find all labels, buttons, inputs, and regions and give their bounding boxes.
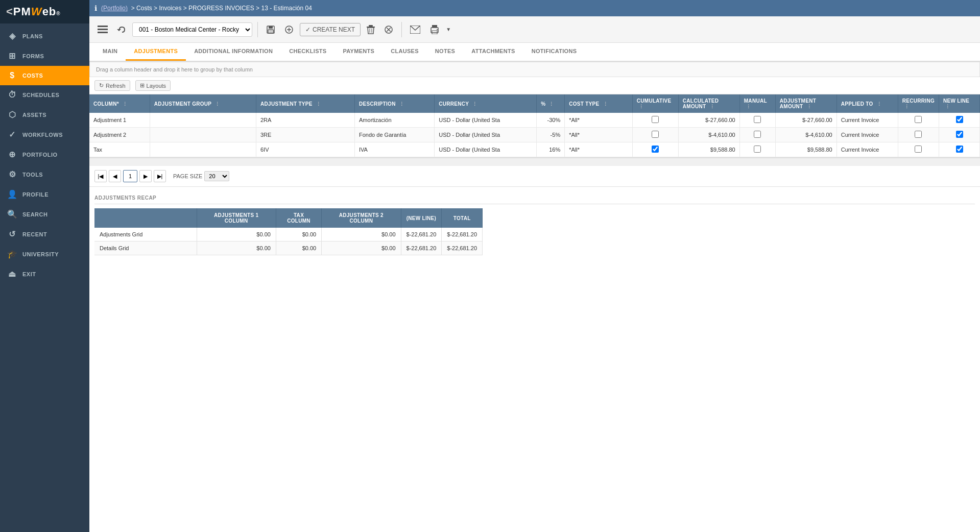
- sidebar-item-portfolio[interactable]: ⊕ PORTFOLIO: [0, 144, 89, 164]
- cell-recurring-3[interactable]: [898, 142, 939, 157]
- sidebar-item-plans[interactable]: ◈ PLANS: [0, 26, 89, 46]
- page-next-button[interactable]: ▶: [139, 170, 152, 182]
- page-current-input[interactable]: [123, 170, 137, 182]
- sort-icon-calc-amount: ⋮: [710, 104, 714, 109]
- add-button[interactable]: [281, 23, 297, 36]
- recurring-checkbox-1[interactable]: [915, 116, 922, 123]
- undo-button[interactable]: [114, 23, 129, 36]
- new-line-checkbox-3[interactable]: [956, 146, 963, 153]
- col-header-cost-type[interactable]: COST TYPE ⋮: [565, 94, 633, 113]
- page-first-button[interactable]: |◀: [94, 170, 107, 182]
- cell-manual-3[interactable]: [739, 142, 775, 157]
- col-header-calc-amount[interactable]: CALCULATED AMOUNT ⋮: [678, 94, 739, 113]
- col-header-column[interactable]: COLUMN* ⋮: [89, 94, 150, 113]
- sidebar-item-profile[interactable]: 👤 PROFILE: [0, 184, 89, 204]
- page-size-select[interactable]: 20 50 100: [204, 171, 229, 181]
- cell-cumulative-1[interactable]: [632, 113, 678, 128]
- col-header-manual[interactable]: MANUAL ⋮: [739, 94, 775, 113]
- sidebar-item-forms[interactable]: ⊞ FORMS: [0, 46, 89, 66]
- cell-cumulative-2[interactable]: [632, 128, 678, 142]
- cell-currency-1: USD - Dollar (United Sta: [435, 113, 537, 128]
- cell-manual-2[interactable]: [739, 128, 775, 142]
- sidebar-item-exit[interactable]: ⏏ EXIT: [0, 264, 89, 284]
- info-icon[interactable]: ℹ: [94, 4, 97, 12]
- col-header-cumulative[interactable]: CUMULATIVE ⋮: [632, 94, 678, 113]
- tab-adjustments[interactable]: ADJUSTMENTS: [126, 43, 186, 61]
- cell-new-line-2[interactable]: [939, 128, 980, 142]
- cell-adj-amount-3: $9,588.80: [775, 142, 836, 157]
- cumulative-checkbox-3[interactable]: [652, 146, 659, 153]
- sidebar-item-label: FORMS: [22, 53, 44, 59]
- layouts-icon: ⊞: [140, 82, 145, 89]
- cell-cumulative-3[interactable]: [632, 142, 678, 157]
- col-header-adj-amount[interactable]: ADJUSTMENT AMOUNT ⋮: [775, 94, 836, 113]
- sidebar-item-tools[interactable]: ⚙ TOOLS: [0, 164, 89, 184]
- cell-description-3: IVA: [355, 142, 435, 157]
- sidebar-item-search[interactable]: 🔍 SEARCH: [0, 204, 89, 224]
- sidebar-item-university[interactable]: 🎓 UNIVERSITY: [0, 244, 89, 264]
- tab-checklists[interactable]: CHECKLISTS: [281, 43, 334, 61]
- cell-cost-type-1: *All*: [565, 113, 633, 128]
- manual-checkbox-2[interactable]: [754, 131, 761, 138]
- col-header-description[interactable]: DESCRIPTION ⋮: [355, 94, 435, 113]
- tab-attachments[interactable]: ATTACHMENTS: [463, 43, 523, 61]
- sidebar-item-schedules[interactable]: ⏱ SCHEDULES: [0, 85, 89, 105]
- col-header-new-line[interactable]: NEW LINE ⋮: [939, 94, 980, 113]
- cumulative-checkbox-1[interactable]: [652, 116, 659, 123]
- new-line-checkbox-2[interactable]: [956, 131, 963, 138]
- cell-percent-2: -5%: [537, 128, 565, 142]
- cell-cost-type-2: *All*: [565, 128, 633, 142]
- save-button[interactable]: [263, 23, 278, 36]
- new-line-checkbox-1[interactable]: [956, 116, 963, 123]
- cell-calc-amount-2: $-4,610.00: [678, 128, 739, 142]
- delete-button[interactable]: [364, 23, 378, 36]
- col-header-percent[interactable]: % ⋮: [537, 94, 565, 113]
- create-next-label: CREATE NEXT: [313, 26, 355, 33]
- col-header-applied-to[interactable]: APPLIED TO ⋮: [836, 94, 898, 113]
- recurring-checkbox-3[interactable]: [915, 146, 922, 153]
- cell-new-line-1[interactable]: [939, 113, 980, 128]
- sidebar-nav: ◈ PLANS ⊞ FORMS $ COSTS ⏱ SCHEDULES ⬡ AS…: [0, 23, 89, 532]
- print-button[interactable]: [426, 23, 443, 36]
- manual-checkbox-1[interactable]: [754, 116, 761, 123]
- sort-icon-adj-amount: ⋮: [807, 104, 811, 109]
- sidebar-item-recent[interactable]: ↺ RECENT: [0, 224, 89, 244]
- layouts-button[interactable]: ⊞ Layouts: [135, 80, 171, 91]
- recurring-checkbox-2[interactable]: [915, 131, 922, 138]
- print-dropdown-icon[interactable]: ▼: [446, 27, 451, 32]
- create-next-button[interactable]: ✓ CREATE NEXT: [300, 23, 361, 36]
- sidebar-item-costs[interactable]: $ COSTS: [0, 66, 89, 85]
- tab-notifications[interactable]: NOTIFICATIONS: [523, 43, 585, 61]
- sidebar-item-workflows[interactable]: ✓ WORKFLOWS: [0, 125, 89, 144]
- cell-recurring-2[interactable]: [898, 128, 939, 142]
- col-header-adj-type[interactable]: ADJUSTMENT TYPE ⋮: [256, 94, 355, 113]
- email-button[interactable]: [407, 23, 423, 36]
- tab-notes[interactable]: NOTES: [427, 43, 463, 61]
- tab-payments[interactable]: PAYMENTS: [334, 43, 383, 61]
- col-header-adj-group[interactable]: ADJUSTMENT GROUP ⋮: [150, 94, 256, 113]
- col-header-recurring[interactable]: RECURRING ⋮: [898, 94, 939, 113]
- cancel-button[interactable]: [381, 23, 396, 36]
- recap-label-2: Details Grid: [94, 241, 197, 255]
- tab-clauses[interactable]: CLAUSES: [383, 43, 427, 61]
- cell-manual-1[interactable]: [739, 113, 775, 128]
- col-label-recurring: RECURRING: [902, 98, 935, 104]
- col-header-currency[interactable]: CURRENCY ⋮: [435, 94, 537, 113]
- main-area: ℹ (Portfolio) (Portfolio) > Costs > Invo…: [89, 0, 980, 532]
- table-row: Tax 6IV IVA USD - Dollar (United Sta 16%…: [89, 142, 980, 157]
- cell-recurring-1[interactable]: [898, 113, 939, 128]
- refresh-button[interactable]: ↻ Refresh: [94, 80, 130, 91]
- project-select[interactable]: 001 - Boston Medical Center - Rocky: [132, 22, 252, 37]
- page-prev-button[interactable]: ◀: [109, 170, 121, 182]
- horizontal-scrollbar[interactable]: [89, 158, 980, 166]
- portfolio-link[interactable]: (Portfolio): [101, 5, 128, 12]
- cell-new-line-3[interactable]: [939, 142, 980, 157]
- cumulative-checkbox-2[interactable]: [652, 131, 659, 138]
- page-last-button[interactable]: ▶|: [154, 170, 166, 182]
- tab-additional[interactable]: ADDITIONAL INFORMATION: [186, 43, 281, 61]
- svg-rect-11: [369, 25, 373, 27]
- manual-checkbox-3[interactable]: [754, 146, 761, 153]
- list-view-button[interactable]: [94, 23, 111, 36]
- tab-main[interactable]: MAIN: [94, 43, 126, 61]
- sidebar-item-assets[interactable]: ⬡ ASSETS: [0, 105, 89, 125]
